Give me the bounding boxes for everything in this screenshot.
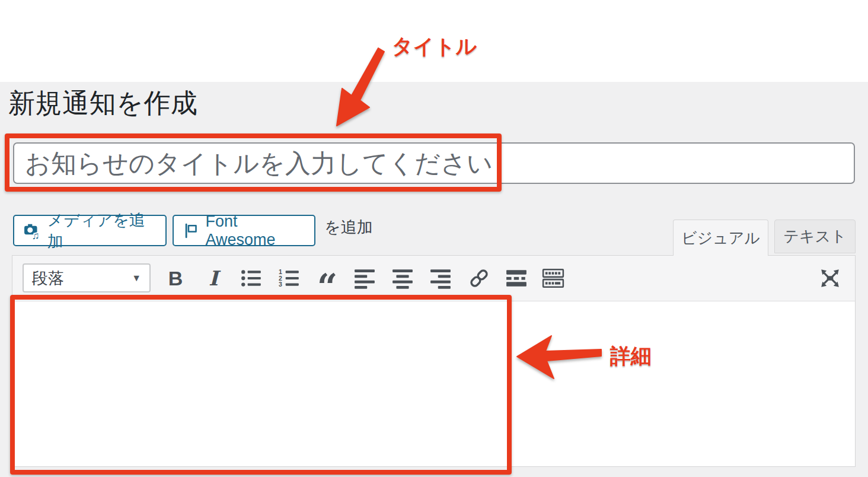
page-title: 新規通知を作成: [8, 85, 198, 121]
align-left-button[interactable]: [350, 263, 379, 293]
blockquote-button[interactable]: “: [312, 263, 342, 293]
flag-icon: [183, 222, 199, 240]
add-suffix-text: を追加: [324, 215, 373, 239]
title-input[interactable]: [13, 142, 855, 184]
italic-icon: I: [209, 266, 218, 290]
annotation-title-label: タイトル: [392, 33, 477, 61]
align-right-icon: [429, 267, 452, 290]
font-awesome-button[interactable]: Font Awesome: [173, 215, 315, 246]
tab-text[interactable]: テキスト: [774, 220, 856, 253]
align-left-icon: [353, 267, 376, 290]
link-icon: [468, 267, 490, 290]
add-media-icon: ♫: [23, 221, 42, 240]
keyboard-toolbar-toggle-button[interactable]: [538, 263, 568, 293]
add-media-button[interactable]: ♫ メディアを追加: [13, 215, 167, 246]
paragraph-format-label: 段落: [32, 268, 64, 289]
bold-button[interactable]: B: [161, 263, 190, 293]
editor-toolbar: 段落 ▼ B I 1 2: [12, 256, 855, 301]
align-center-icon: [391, 267, 414, 290]
bullet-list-button[interactable]: [237, 263, 266, 293]
fullscreen-icon: [819, 267, 841, 290]
music-note-icon: ♫: [31, 229, 39, 240]
link-button[interactable]: [464, 263, 494, 293]
bold-icon: B: [168, 267, 183, 290]
align-right-button[interactable]: [426, 263, 455, 293]
font-awesome-label: Font Awesome: [205, 212, 305, 249]
more-tag-icon: [505, 267, 528, 290]
italic-button[interactable]: I: [199, 263, 228, 293]
paragraph-format-dropdown[interactable]: 段落 ▼: [23, 263, 151, 292]
tab-visual[interactable]: ビジュアル: [673, 220, 768, 256]
bullet-list-icon: [240, 267, 263, 290]
numbered-list-button[interactable]: 1 2 3: [275, 263, 304, 293]
editor-canvas[interactable]: [12, 301, 855, 466]
more-tag-button[interactable]: [502, 263, 531, 293]
align-center-button[interactable]: [388, 263, 417, 293]
caret-down-icon: ▼: [132, 273, 141, 284]
add-media-label: メディアを追加: [47, 209, 157, 252]
wordpress-new-notification-screen: 新規通知を作成 ♫ メディアを追加 Font Awesome を追加 ビジュアル…: [0, 0, 868, 477]
keyboard-icon: [542, 267, 564, 290]
editor-container: 段落 ▼ B I 1 2: [12, 255, 856, 467]
svg-text:3: 3: [279, 281, 282, 288]
fullscreen-button[interactable]: [815, 263, 845, 293]
numbered-list-icon: 1 2 3: [278, 267, 301, 290]
